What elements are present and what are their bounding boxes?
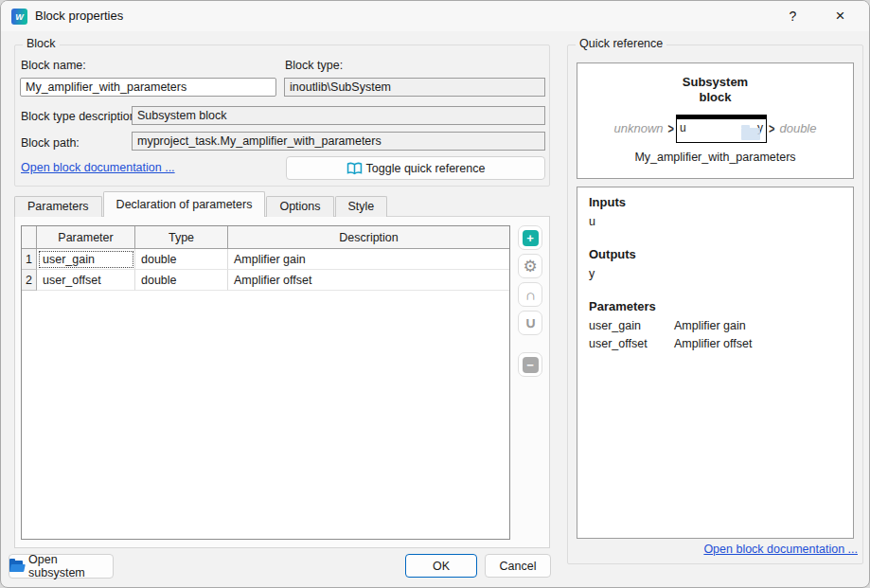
parameter-settings-button[interactable]: ⚙ [518, 254, 542, 278]
cell-parameter[interactable]: user_offset [37, 270, 135, 291]
block-path-label: Block path: [21, 136, 80, 150]
parameters-heading: Parameters [589, 299, 842, 313]
open-block-documentation-link-bottom[interactable]: Open block documentation ... [703, 543, 858, 556]
input-port-label: u [680, 121, 686, 134]
move-up-button[interactable]: ∩ [518, 282, 542, 307]
block-group-legend: Block [23, 37, 60, 50]
block-path-value: myproject_task.My_amplifier_with_paramet… [132, 132, 545, 151]
table-header-row: Parameter Type Description [22, 226, 509, 249]
input-type-text: unknown [614, 121, 664, 135]
subsystem-block-shape: u y [676, 115, 767, 143]
toggle-quick-reference-button[interactable]: Toggle quick reference [286, 156, 545, 180]
quick-reference-legend: Quick reference [576, 37, 666, 50]
move-down-button[interactable]: ∪ [518, 311, 542, 335]
output-port-chevron-icon: > [769, 120, 774, 135]
parameter-row: user_gain Amplifier gain [589, 319, 842, 332]
quick-reference-info: Inputs u Outputs y Parameters user_gain … [577, 187, 854, 539]
inputs-heading: Inputs [589, 195, 842, 209]
cell-description[interactable]: Amplifier offset [228, 270, 509, 291]
tab-options[interactable]: Options [266, 196, 333, 217]
table-row[interactable]: 2 user_offset double Amplifier offset [22, 270, 509, 291]
open-block-documentation-link[interactable]: Open block documentation ... [21, 161, 175, 174]
table-row[interactable]: 1 user_gain double Amplifier gain [22, 249, 509, 270]
book-icon [346, 162, 363, 175]
tab-style[interactable]: Style [335, 196, 388, 217]
block-type-label: Block type: [285, 59, 343, 72]
titlebar[interactable]: W Block properties ? × [1, 1, 869, 31]
block-type-value: inoutlib\SubSystem [284, 78, 545, 97]
gear-icon: ⚙ [523, 257, 537, 276]
arrow-up-icon: ∩ [524, 287, 536, 303]
output-name: y [589, 267, 842, 280]
diagram-row: unknown > u y > double [577, 115, 853, 143]
window-title: Block properties [35, 9, 123, 23]
close-icon[interactable]: × [819, 1, 861, 31]
parameter-description: Amplifier gain [674, 319, 842, 332]
block-name-label: Block name: [21, 59, 86, 72]
row-number-header [22, 226, 37, 249]
parameter-description: Amplifier offset [674, 337, 842, 350]
block-name-input[interactable] [20, 78, 276, 97]
plus-icon: + [523, 230, 539, 246]
block-properties-dialog: W Block properties ? × Block Block name:… [0, 0, 870, 588]
block-type-description-label: Block type description: [21, 110, 139, 123]
tab-bar: Parameters Declaration of parameters Opt… [14, 192, 388, 217]
app-logo-glyph: W [15, 12, 24, 22]
block-group: Block Block name: Block type: inoutlib\S… [14, 45, 550, 187]
app-logo-icon: W [11, 9, 27, 25]
quick-reference-group: Quick reference Subsystem block unknown … [567, 45, 863, 564]
parameter-name: user_gain [589, 319, 674, 332]
open-subsystem-button[interactable]: Open subsystem [9, 554, 114, 579]
add-parameter-button[interactable]: + [518, 225, 542, 250]
parameter-row: user_offset Amplifier offset [589, 337, 842, 350]
toggle-quick-reference-label: Toggle quick reference [366, 162, 486, 175]
arrow-down-icon: ∪ [524, 314, 536, 331]
block-type-description-value: Subsystem block [132, 106, 545, 125]
cell-parameter[interactable]: user_gain [37, 249, 135, 270]
column-header-description: Description [228, 226, 509, 249]
quick-reference-diagram: Subsystem block unknown > u y > double M… [577, 62, 854, 179]
cell-type[interactable]: double [135, 249, 228, 270]
tab-declaration-of-parameters[interactable]: Declaration of parameters [103, 191, 266, 217]
subsystem-folder-watermark-icon [741, 128, 760, 140]
cell-description[interactable]: Amplifier gain [228, 249, 509, 270]
parameter-name: user_offset [589, 337, 674, 350]
row-number[interactable]: 1 [22, 249, 37, 270]
cell-type[interactable]: double [135, 270, 228, 291]
output-type-text: double [779, 121, 816, 135]
input-name: u [589, 215, 842, 228]
open-subsystem-label: Open subsystem [28, 553, 113, 579]
declaration-tab-page: Parameter Type Description 1 user_gain d… [14, 216, 550, 548]
minus-icon: − [523, 357, 539, 373]
help-button[interactable]: ? [772, 1, 814, 31]
folder-icon [9, 561, 25, 572]
remove-parameter-button[interactable]: − [518, 352, 542, 377]
diagram-title-line2: block [577, 90, 853, 105]
parameters-table: Parameter Type Description 1 user_gain d… [21, 225, 510, 540]
input-port-chevron-icon: > [668, 120, 674, 135]
diagram-title: Subsystem block [577, 75, 853, 106]
cancel-button[interactable]: Cancel [485, 554, 551, 578]
ok-button[interactable]: OK [405, 554, 477, 578]
diagram-caption: My_amplifier_with_parameters [577, 151, 853, 164]
tab-parameters[interactable]: Parameters [14, 196, 102, 217]
column-header-parameter: Parameter [37, 226, 135, 249]
diagram-title-line1: Subsystem [577, 75, 853, 90]
row-number[interactable]: 2 [22, 270, 37, 291]
column-header-type: Type [135, 226, 228, 249]
outputs-heading: Outputs [589, 247, 842, 261]
